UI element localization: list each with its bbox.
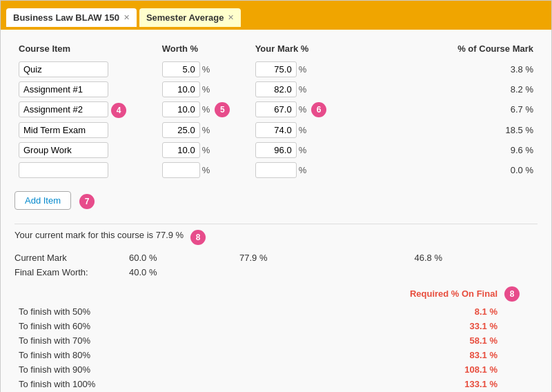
current-mark-note: Your current mark for this course is 77.… bbox=[14, 230, 184, 240]
badge-5: 5 bbox=[215, 102, 230, 117]
app-container: Business Law BLAW 150 ✕ Semester Average… bbox=[0, 0, 552, 392]
mark-cell: % bbox=[251, 120, 395, 140]
finish-row: To finish with 90%108.1 % bbox=[14, 362, 538, 377]
course-mark-cell: 3.8 % bbox=[394, 59, 538, 79]
mark-input[interactable] bbox=[255, 81, 297, 97]
course-item-cell bbox=[14, 160, 158, 180]
table-row: %%8.2 % bbox=[14, 79, 538, 99]
current-mark-val2: 77.9 % bbox=[235, 253, 346, 263]
finish-row: To finish with 70%58.1 % bbox=[14, 333, 538, 348]
header-course-mark: % of Course Mark bbox=[394, 41, 538, 59]
finish-value: 8.1 % bbox=[401, 306, 511, 317]
course-mark-cell: 8.2 % bbox=[394, 79, 538, 99]
finish-row: To finish with 80%83.1 % bbox=[14, 348, 538, 362]
finish-label: To finish with 80% bbox=[14, 350, 401, 360]
required-badge: 8 bbox=[504, 286, 520, 302]
finish-row: To finish with 60%33.1 % bbox=[14, 319, 538, 333]
table-row: %%0.0 % bbox=[14, 160, 538, 180]
add-item-button[interactable]: Add Item bbox=[14, 191, 71, 210]
tab-semester-close[interactable]: ✕ bbox=[228, 13, 234, 22]
worth-cell: % bbox=[158, 59, 251, 79]
table-row: %%9.6 % bbox=[14, 140, 538, 160]
finish-value: 108.1 % bbox=[401, 364, 511, 375]
worth-pct-label: % bbox=[202, 64, 210, 75]
worth-input[interactable] bbox=[162, 162, 200, 178]
mark-pct-label: % bbox=[299, 84, 307, 95]
course-item-cell bbox=[14, 59, 158, 79]
finish-row: To finish with 100%133.1 % bbox=[14, 377, 538, 391]
finish-value: 58.1 % bbox=[401, 335, 511, 346]
table-row: %%3.8 % bbox=[14, 59, 538, 79]
required-header: Required % On Final bbox=[410, 288, 497, 299]
grade-table: Course Item Worth % Your Mark % % of Cou… bbox=[14, 41, 538, 180]
course-mark-cell: 9.6 % bbox=[394, 140, 538, 160]
main-content: Course Item Worth % Your Mark % % of Cou… bbox=[1, 30, 551, 392]
course-item-cell bbox=[14, 140, 158, 160]
badge-4: 4 bbox=[111, 103, 126, 118]
mark-input[interactable] bbox=[255, 101, 297, 117]
mark-cell: %6 bbox=[251, 99, 395, 120]
worth-cell: % bbox=[158, 120, 251, 140]
course-item-input[interactable] bbox=[19, 61, 108, 77]
worth-pct-label: % bbox=[202, 104, 210, 115]
finish-value: 83.1 % bbox=[401, 350, 511, 360]
mark-input[interactable] bbox=[255, 122, 297, 138]
course-item-input[interactable] bbox=[19, 162, 108, 178]
course-mark-cell: 0.0 % bbox=[394, 160, 538, 180]
worth-input[interactable] bbox=[162, 81, 200, 97]
worth-pct-label: % bbox=[202, 145, 210, 155]
current-mark-row: Current Mark 60.0 % 77.9 % 46.8 % bbox=[14, 251, 538, 265]
finish-label: To finish with 60% bbox=[14, 321, 401, 331]
worth-pct-label: % bbox=[202, 84, 210, 95]
final-exam-row: Final Exam Worth: 40.0 % bbox=[14, 265, 538, 280]
worth-cell: %5 bbox=[158, 99, 251, 120]
worth-input[interactable] bbox=[162, 122, 200, 138]
mark-cell: % bbox=[251, 59, 395, 79]
course-item-input[interactable] bbox=[19, 81, 108, 97]
finish-value: 33.1 % bbox=[401, 321, 511, 331]
worth-pct-label: % bbox=[202, 125, 210, 135]
tab-blaw[interactable]: Business Law BLAW 150 ✕ bbox=[6, 8, 137, 27]
tab-blaw-close[interactable]: ✕ bbox=[124, 13, 130, 22]
current-mark-val3: 46.8 % bbox=[346, 253, 456, 263]
course-item-input[interactable] bbox=[19, 142, 108, 158]
worth-input[interactable] bbox=[162, 142, 200, 158]
mark-pct-label: % bbox=[299, 64, 307, 75]
finish-label: To finish with 90% bbox=[14, 364, 401, 375]
table-row: 4%5%66.7 % bbox=[14, 99, 538, 120]
header-your-mark: Your Mark % bbox=[251, 41, 395, 59]
finish-value: 133.1 % bbox=[401, 379, 511, 389]
worth-input[interactable] bbox=[162, 61, 200, 77]
mark-input[interactable] bbox=[255, 61, 297, 77]
mark-cell: % bbox=[251, 79, 395, 99]
mark-input[interactable] bbox=[255, 162, 297, 178]
header-worth: Worth % bbox=[158, 41, 251, 59]
mark-input[interactable] bbox=[255, 142, 297, 158]
tab-semester-label: Semester Average bbox=[146, 12, 224, 23]
finish-row: To finish with 50%8.1 % bbox=[14, 304, 538, 319]
course-item-cell bbox=[14, 79, 158, 99]
mark-pct-label: % bbox=[299, 165, 307, 175]
course-mark-cell: 18.5 % bbox=[394, 120, 538, 140]
tab-semester[interactable]: Semester Average ✕ bbox=[139, 8, 241, 27]
mark-cell: % bbox=[251, 160, 395, 180]
mark-pct-label: % bbox=[299, 125, 307, 135]
final-exam-val: 40.0 % bbox=[125, 267, 235, 277]
tab-blaw-label: Business Law BLAW 150 bbox=[13, 12, 119, 23]
required-section: Required % On Final 8 To finish with 50%… bbox=[14, 286, 538, 391]
current-mark-val1: 60.0 % bbox=[125, 253, 235, 263]
finish-label: To finish with 50% bbox=[14, 306, 401, 317]
worth-cell: % bbox=[158, 160, 251, 180]
course-item-cell: 4 bbox=[14, 99, 158, 120]
course-item-input[interactable] bbox=[19, 122, 108, 138]
add-item-badge: 7 bbox=[79, 194, 95, 209]
current-mark-label: Current Mark bbox=[14, 253, 125, 263]
course-item-input[interactable] bbox=[19, 101, 108, 117]
table-row: %%18.5 % bbox=[14, 120, 538, 140]
divider-1 bbox=[14, 224, 538, 224]
badge-6: 6 bbox=[311, 102, 326, 117]
worth-input[interactable] bbox=[162, 101, 200, 117]
current-mark-badge: 8 bbox=[190, 230, 206, 245]
mark-cell: % bbox=[251, 140, 395, 160]
mark-pct-label: % bbox=[299, 104, 307, 115]
